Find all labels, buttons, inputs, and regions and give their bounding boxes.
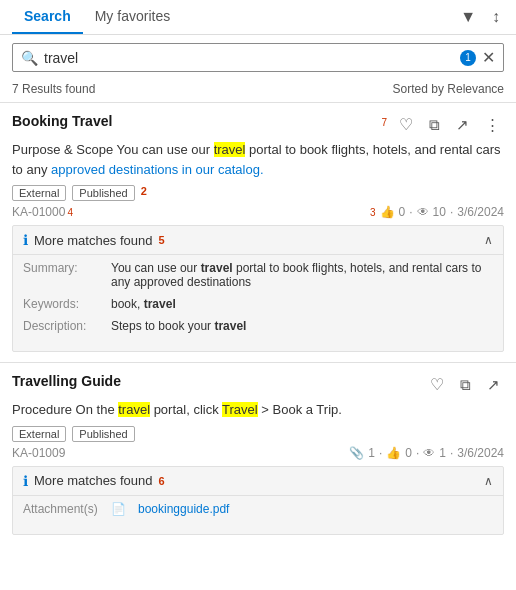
- date-2: 3/6/2024: [457, 446, 504, 460]
- tabs-right: ▼ ↕: [456, 6, 504, 28]
- thumb-up-icon-1: 👍: [380, 205, 395, 219]
- ka-id-text-2: KA-01009: [12, 446, 65, 460]
- match-row-attachment: Attachment(s) 📄 bookingguide.pdf: [23, 502, 493, 516]
- match-value-description: Steps to book your travel: [111, 319, 246, 333]
- tag-badge-1: 2: [141, 185, 147, 201]
- tag-published-1: Published: [72, 185, 134, 201]
- share-button-1[interactable]: ↗: [452, 114, 473, 136]
- match-label-summary: Summary:: [23, 261, 103, 289]
- more-matches-2: ℹ More matches found 6 ∧ Attachment(s) 📄…: [12, 466, 504, 535]
- ka-id-1: KA-01000 4: [12, 205, 73, 219]
- match-row-keywords: Keywords: book, travel: [23, 297, 493, 311]
- date-1: 3/6/2024: [457, 205, 504, 219]
- card-body-1: Purpose & Scope You can use our travel p…: [12, 140, 504, 179]
- more-matches-label-2: More matches found: [34, 473, 153, 488]
- likes-count-2: 0: [405, 446, 412, 460]
- thumb-up-icon-2: 👍: [386, 446, 401, 460]
- ka-id-text-1: KA-01000: [12, 205, 65, 219]
- more-matches-left-2: ℹ More matches found 6: [23, 473, 165, 489]
- search-icon: 🔍: [21, 50, 38, 66]
- favorite-button-1[interactable]: ♡: [395, 113, 417, 136]
- card-tags-1: External Published 2: [12, 185, 504, 201]
- card-stats-1: 3 👍 0 · 👁 10 · 3/6/2024: [370, 205, 504, 219]
- eye-icon-1: 👁: [417, 205, 429, 219]
- attachment-count-2: 1: [368, 446, 375, 460]
- card-icon-badge-1: 7: [381, 117, 387, 128]
- card-footer-2: KA-01009 📎 1 · 👍 0 · 👁 1 · 3/6/2024: [12, 446, 504, 460]
- match-value-summary: You can use our travel portal to book fl…: [111, 261, 493, 289]
- card-stats-2: 📎 1 · 👍 0 · 👁 1 · 3/6/2024: [349, 446, 504, 460]
- more-matches-badge-2: 6: [159, 475, 165, 487]
- more-matches-toggle-2[interactable]: ℹ More matches found 6 ∧: [13, 467, 503, 495]
- card-top-icons-2: ♡ ⧉ ↗: [426, 373, 504, 396]
- more-matches-toggle-1[interactable]: ℹ More matches found 5 ∧: [13, 226, 503, 254]
- sort-button[interactable]: ↕: [488, 6, 504, 28]
- tabs-left: Search My favorites: [12, 0, 182, 34]
- sep1-2: ·: [416, 446, 419, 460]
- pdf-filename-2[interactable]: bookingguide.pdf: [138, 502, 229, 516]
- tag-external-1: External: [12, 185, 66, 201]
- card-footer-1: KA-01000 4 3 👍 0 · 👁 10 · 3/6/2024: [12, 205, 504, 219]
- more-matches-label-1: More matches found: [34, 233, 153, 248]
- match-label-keywords: Keywords:: [23, 297, 103, 311]
- more-button-1[interactable]: ⋮: [481, 114, 504, 136]
- more-matches-badge-1: 5: [159, 234, 165, 246]
- results-count: 7 Results found: [12, 82, 95, 96]
- card-body-2: Procedure On the travel portal, click Tr…: [12, 400, 504, 420]
- search-bar: 🔍 1 ✕: [12, 43, 504, 72]
- filter-button[interactable]: ▼: [456, 6, 480, 28]
- favorite-button-2[interactable]: ♡: [426, 373, 448, 396]
- copy-button-1[interactable]: ⧉: [425, 114, 444, 136]
- search-badge: 1: [460, 50, 476, 66]
- eye-icon-2: 👁: [423, 446, 435, 460]
- card-header-2: Travelling Guide ♡ ⧉ ↗: [12, 373, 504, 396]
- highlight-Travel-2: Travel: [222, 402, 258, 417]
- share-button-2[interactable]: ↗: [483, 374, 504, 396]
- tab-favorites[interactable]: My favorites: [83, 0, 182, 34]
- result-card-2: Travelling Guide ♡ ⧉ ↗ Procedure On the …: [0, 362, 516, 535]
- card-top-icons-1: 7 ♡ ⧉ ↗ ⋮: [381, 113, 504, 136]
- copy-button-2[interactable]: ⧉: [456, 374, 475, 396]
- more-matches-left-1: ℹ More matches found 5: [23, 232, 165, 248]
- sep2-1: ·: [450, 205, 453, 219]
- match-value-keywords: book, travel: [111, 297, 176, 311]
- chevron-up-icon-1: ∧: [484, 233, 493, 247]
- match-label-attachment: Attachment(s): [23, 502, 103, 516]
- highlight-travel-2: travel: [118, 402, 150, 417]
- match-row-summary: Summary: You can use our travel portal t…: [23, 261, 493, 289]
- likes-count-1: 0: [399, 205, 406, 219]
- more-matches-body-2: Attachment(s) 📄 bookingguide.pdf: [13, 495, 503, 534]
- results-sorted: Sorted by Relevance: [393, 82, 504, 96]
- card-title-2[interactable]: Travelling Guide: [12, 373, 121, 389]
- tab-search[interactable]: Search: [12, 0, 83, 34]
- tab-search-label: Search: [24, 8, 71, 24]
- card-title-1[interactable]: Booking Travel: [12, 113, 112, 129]
- clear-search-button[interactable]: ✕: [482, 48, 495, 67]
- tab-bar: Search My favorites ▼ ↕: [0, 0, 516, 35]
- approved-link-1[interactable]: approved destinations in our catalog.: [51, 162, 263, 177]
- chevron-up-icon-2: ∧: [484, 474, 493, 488]
- search-input[interactable]: [44, 50, 460, 66]
- tag-external-2: External: [12, 426, 66, 442]
- sep0-2: ·: [379, 446, 382, 460]
- tag-published-2: Published: [72, 426, 134, 442]
- ka-id-2: KA-01009: [12, 446, 65, 460]
- sep2-2: ·: [450, 446, 453, 460]
- info-icon-2: ℹ: [23, 473, 28, 489]
- match-row-description: Description: Steps to book your travel: [23, 319, 493, 333]
- ka-badge-1: 4: [67, 207, 73, 218]
- results-meta: 7 Results found Sorted by Relevance: [0, 80, 516, 102]
- pdf-icon-2: 📄: [111, 502, 126, 516]
- card-tags-2: External Published: [12, 426, 504, 442]
- more-matches-body-1: Summary: You can use our travel portal t…: [13, 254, 503, 351]
- stats-badge-1: 3: [370, 207, 376, 218]
- views-count-2: 1: [439, 446, 446, 460]
- paperclip-icon-2: 📎: [349, 446, 364, 460]
- more-matches-1: ℹ More matches found 5 ∧ Summary: You ca…: [12, 225, 504, 352]
- highlight-travel-1: travel: [214, 142, 246, 157]
- match-label-description: Description:: [23, 319, 103, 333]
- card-header-1: Booking Travel 7 ♡ ⧉ ↗ ⋮: [12, 113, 504, 136]
- result-card-1: Booking Travel 7 ♡ ⧉ ↗ ⋮ Purpose & Scope…: [0, 102, 516, 352]
- info-icon-1: ℹ: [23, 232, 28, 248]
- views-count-1: 10: [433, 205, 446, 219]
